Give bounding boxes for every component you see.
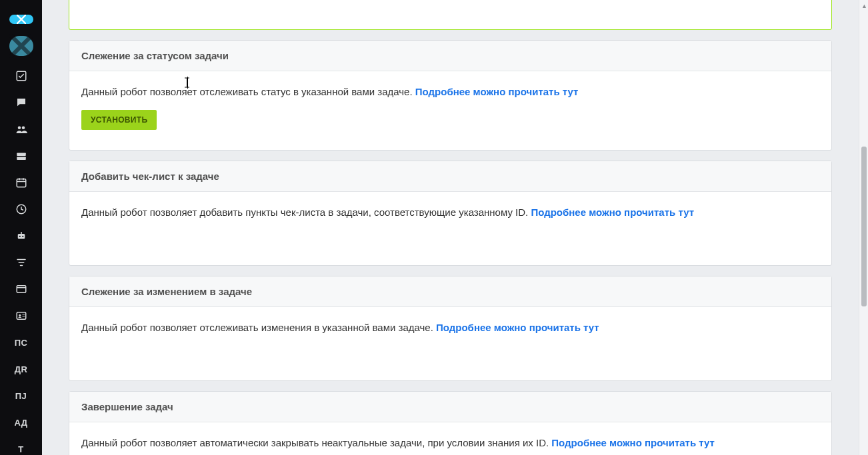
main-viewport: Слежение за статусом задачи Данный робот… (42, 0, 859, 455)
sidebar-nav: ПС ДR ПJ АД Т (0, 69, 42, 455)
details-link[interactable]: Подробнее можно прочитать тут (415, 86, 579, 97)
panel-header: Слежение за статусом задачи (69, 41, 831, 71)
time-icon[interactable] (0, 203, 42, 216)
panel-header: Добавить чек-лист к задаче (69, 161, 831, 192)
contact-card-icon[interactable] (0, 309, 42, 322)
panel-body: Данный робот позволяет отслеживать стату… (69, 71, 831, 150)
panel-status-tracking: Слежение за статусом задачи Данный робот… (69, 40, 832, 151)
panel-header: Слежение за изменением в задаче (69, 276, 831, 307)
chat-icon[interactable] (0, 96, 42, 109)
svg-point-1 (17, 127, 21, 130)
svg-rect-7 (17, 234, 25, 239)
close-icon-secondary[interactable] (9, 36, 33, 56)
details-link[interactable]: Подробнее можно прочитать тут (551, 437, 715, 448)
panel-top-partial (69, 0, 832, 30)
panel-change-tracking: Слежение за изменением в задаче Данный р… (69, 276, 832, 381)
panel-body: Данный робот позволяет добавить пункты ч… (69, 192, 831, 265)
task-check-icon[interactable] (0, 69, 42, 83)
svg-rect-10 (17, 286, 26, 293)
svg-rect-11 (17, 312, 26, 320)
scroll-up-icon[interactable]: ▲ (861, 3, 867, 9)
sidebar-text-item-3[interactable]: АД (0, 416, 42, 429)
svg-rect-4 (17, 157, 26, 161)
panel-add-checklist: Добавить чек-лист к задаче Данный робот … (69, 161, 832, 266)
sidebar-text-item-4[interactable]: Т (0, 442, 42, 455)
window-icon[interactable] (0, 282, 42, 296)
sidebar: ПС ДR ПJ АД Т АД KOSA ВСЁ В (0, 0, 42, 455)
panel-body: Данный робот позволяет автоматически зак… (69, 422, 831, 455)
close-icon[interactable] (9, 15, 33, 24)
details-link[interactable]: Подробнее можно прочитать тут (436, 322, 599, 333)
details-link[interactable]: Подробнее можно прочитать тут (531, 207, 694, 218)
drive-icon[interactable] (0, 149, 42, 163)
svg-point-12 (19, 314, 21, 316)
panel-task-completion: Завершение задач Данный робот позволяет … (69, 391, 832, 455)
panel-body: Данный робот позволяет отслеживать измен… (69, 307, 831, 380)
panel-top-body (69, 0, 831, 14)
robot-icon[interactable] (0, 229, 42, 242)
sidebar-text-item-1[interactable]: ДR (0, 362, 42, 376)
svg-rect-3 (17, 153, 26, 157)
content-area: Слежение за статусом задачи Данный робот… (42, 0, 859, 455)
panel-desc: Данный робот позволяет отслеживать стату… (81, 86, 415, 97)
panel-header: Завершение задач (69, 392, 831, 422)
group-icon[interactable] (0, 123, 42, 136)
svg-rect-5 (17, 179, 26, 187)
svg-point-8 (19, 236, 20, 237)
scrollbar[interactable]: ▲ (859, 0, 868, 455)
install-button[interactable]: УСТАНОВИТЬ (81, 110, 157, 130)
scrollbar-thumb[interactable] (861, 147, 867, 306)
panel-desc: Данный робот позволяет отслеживать измен… (81, 322, 436, 333)
sidebar-text-item-0[interactable]: ПС (0, 336, 42, 349)
panel-desc: Данный робот позволяет добавить пункты ч… (81, 207, 531, 218)
panel-desc: Данный робот позволяет автоматически зак… (81, 437, 551, 448)
filter-icon[interactable] (0, 256, 42, 269)
svg-point-9 (22, 236, 23, 237)
svg-point-2 (21, 127, 25, 130)
calendar-icon[interactable] (0, 176, 42, 189)
sidebar-text-item-2[interactable]: ПJ (0, 389, 42, 402)
